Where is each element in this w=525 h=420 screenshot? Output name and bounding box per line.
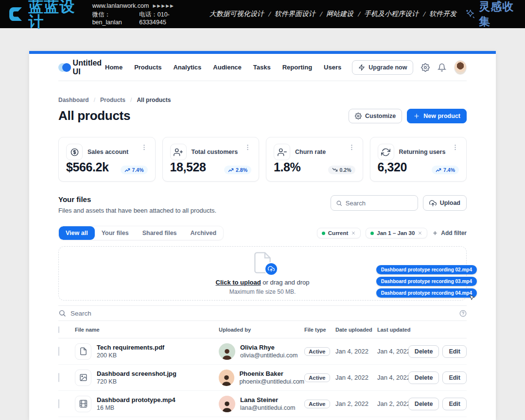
column-file-name[interactable]: File name: [75, 327, 219, 333]
close-icon[interactable]: [418, 231, 422, 235]
table-search-input[interactable]: [70, 310, 455, 317]
kebab-menu-icon[interactable]: [348, 144, 355, 151]
settings-icon[interactable]: [421, 63, 430, 72]
new-product-button[interactable]: New product: [407, 109, 467, 123]
delete-button[interactable]: Delete: [408, 345, 439, 358]
stat-card-returning: Returning users 6,320 7.4%: [370, 137, 467, 182]
kebab-menu-icon[interactable]: [140, 144, 148, 151]
row-checkbox[interactable]: [58, 373, 59, 382]
uploader-name: Lana Steiner: [240, 396, 295, 403]
avatar: [219, 370, 234, 386]
select-all-checkbox[interactable]: [58, 326, 59, 333]
bell-icon[interactable]: [438, 63, 446, 72]
trend-up-icon: [124, 168, 130, 172]
row-checkbox[interactable]: [58, 347, 59, 356]
edit-button[interactable]: Edit: [442, 398, 467, 410]
uploading-pill: Dashboard prototype recording 02.mp4: [376, 265, 477, 274]
tab-shared-files[interactable]: Shared files: [136, 226, 184, 240]
uploader-email: lana@untitledui.com: [240, 404, 295, 411]
nav-item-users[interactable]: Users: [324, 64, 341, 71]
files-search-input[interactable]: [346, 200, 413, 207]
filter-current[interactable]: Current: [317, 228, 361, 238]
upload-dropzone[interactable]: Click to upload or drag and drop Maximum…: [58, 246, 467, 301]
main-nav: Home Products Analytics Audience Tasks R…: [105, 64, 341, 71]
kebab-menu-icon[interactable]: [244, 144, 251, 151]
banner-phone: 电话：010-63334945: [139, 11, 186, 26]
column-uploaded-by[interactable]: Uploaded by: [219, 327, 304, 333]
inspiration-collect[interactable]: 灵感收集: [465, 0, 517, 29]
upgrade-button[interactable]: Upgrade now: [352, 60, 413, 75]
nav-item-home[interactable]: Home: [105, 64, 122, 71]
edit-button[interactable]: Edit: [442, 345, 467, 358]
files-section-subtitle: Files and assets that have been attached…: [58, 207, 216, 214]
date-uploaded: Jan 2, 2022: [335, 400, 377, 407]
breadcrumb-dashboard[interactable]: Dashboard: [58, 97, 89, 103]
image-icon: [75, 370, 91, 386]
user-plus-icon: [170, 144, 187, 160]
nav-item-tasks[interactable]: Tasks: [253, 64, 271, 71]
stat-value: 18,528: [170, 160, 206, 174]
files-section-title: Your files: [58, 195, 216, 203]
service-item: 大数据可视化设计: [210, 10, 264, 18]
file-icon: [75, 343, 91, 360]
uploader-email: olivia@untitledui.com: [240, 352, 298, 359]
service-item: 软件开发: [429, 10, 456, 18]
delete-button[interactable]: Delete: [408, 398, 439, 410]
user-avatar[interactable]: [454, 60, 467, 75]
nav-item-reporting[interactable]: Reporting: [282, 64, 312, 71]
help-circle-icon[interactable]: [459, 310, 467, 317]
upload-button[interactable]: Upload: [423, 195, 467, 211]
tab-your-files[interactable]: Your files: [95, 226, 136, 240]
tab-archived[interactable]: Archived: [184, 226, 224, 240]
tab-view-all[interactable]: View all: [59, 226, 95, 240]
row-checkbox[interactable]: [58, 399, 59, 408]
trend-badge: 0.2%: [328, 166, 355, 174]
film-icon: [75, 396, 91, 412]
table-row: Dashboard screenshot.jpg 720 KB Phoenix …: [58, 365, 467, 391]
stat-label: Sales account: [88, 149, 128, 155]
nav-item-audience[interactable]: Audience: [213, 64, 242, 71]
files-search[interactable]: [331, 195, 418, 211]
table-header: File name Uploaded by File type Date upl…: [58, 321, 467, 338]
uploading-files-stack: Dashboard prototype recording 02.mp4 Das…: [376, 265, 477, 298]
file-size: 720 KB: [97, 378, 176, 385]
stat-label: Total customers: [192, 149, 238, 155]
filter-date-range[interactable]: Jan 1 – Jan 30: [366, 228, 427, 238]
banner-services: 大数据可视化设计 / 软件界面设计 / 网站建设 / 手机及小程序设计 / 软件…: [210, 10, 456, 18]
refresh-icon: [378, 144, 394, 160]
add-filter-button[interactable]: Add filter: [432, 230, 467, 236]
kebab-menu-icon[interactable]: [452, 144, 459, 151]
service-item: 网站建设: [326, 10, 353, 18]
cursor-icon: [468, 294, 476, 302]
stat-card-churn: Churn rate 1.8% 0.2%: [266, 137, 363, 182]
trend-down-icon: [332, 168, 338, 172]
breadcrumb-products[interactable]: Products: [100, 97, 125, 103]
dropzone-cta[interactable]: Click to upload or drag and drop: [216, 279, 310, 286]
zap-icon: [358, 64, 365, 71]
status-badge: Active: [304, 373, 330, 382]
banner-website[interactable]: www.lanlanwork.com: [92, 2, 149, 9]
service-separator: /: [423, 11, 425, 17]
customize-button[interactable]: Customize: [349, 109, 402, 123]
close-icon[interactable]: [351, 231, 356, 235]
page-title: All products: [58, 108, 130, 123]
stat-label: Returning users: [399, 149, 446, 155]
banner-logo[interactable]: 蓝蓝设计: [8, 0, 80, 29]
brand-name: Untitled UI: [73, 59, 105, 76]
edit-button[interactable]: Edit: [442, 371, 467, 384]
brand[interactable]: Untitled UI: [58, 59, 105, 76]
column-last-updated[interactable]: Last updated: [377, 327, 416, 333]
column-file-type[interactable]: File type: [304, 327, 335, 333]
nav-item-analytics[interactable]: Analytics: [173, 64, 201, 71]
app-header: Untitled UI Home Products Analytics Audi…: [58, 54, 467, 81]
upload-cloud-badge-icon: [264, 262, 278, 276]
column-date-uploaded[interactable]: Date uploaded: [335, 327, 377, 333]
nav-item-products[interactable]: Products: [134, 64, 161, 71]
user-minus-icon: [274, 144, 290, 160]
delete-button[interactable]: Delete: [408, 371, 439, 384]
stat-value: $566.2k: [66, 160, 109, 174]
file-size: 16 MB: [97, 404, 175, 411]
stat-value: 6,320: [378, 160, 407, 174]
table-search[interactable]: [58, 305, 467, 321]
stat-label: Churn rate: [295, 149, 326, 155]
